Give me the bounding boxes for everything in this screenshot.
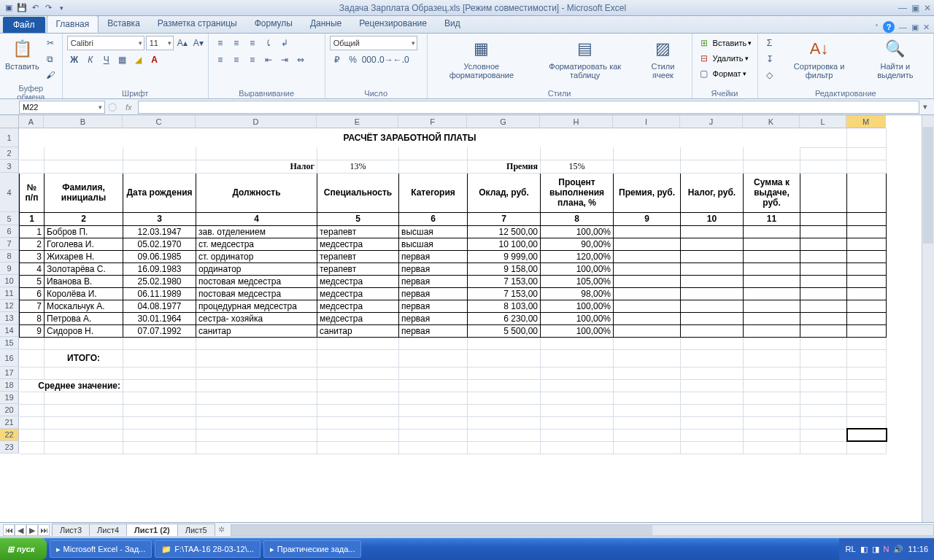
col-header-D[interactable]: D xyxy=(196,115,317,128)
number-format-combo[interactable]: Общий xyxy=(330,36,417,50)
qat-more-icon[interactable]: ▾ xyxy=(55,2,67,14)
bold-button[interactable]: Ж xyxy=(67,52,82,67)
horizontal-scrollbar[interactable] xyxy=(231,524,934,536)
delete-cells-button[interactable]: ⊟Удалить▾ xyxy=(697,51,749,66)
row-header-8[interactable]: 8 xyxy=(0,250,19,262)
expand-formula-icon[interactable]: ▾ xyxy=(919,102,931,112)
doc-restore-icon[interactable]: ▣ xyxy=(911,23,919,32)
merge-center-icon[interactable]: ⇔ xyxy=(293,52,308,67)
name-box[interactable]: M22 xyxy=(19,101,105,114)
decr-indent-icon[interactable]: ⇤ xyxy=(261,52,276,67)
font-color-icon[interactable]: A xyxy=(147,52,162,67)
row-headers[interactable]: 1234567891011121314151617181920212223 xyxy=(0,128,19,454)
col-header-A[interactable]: A xyxy=(19,115,44,128)
row-header-5[interactable]: 5 xyxy=(0,212,19,225)
conditional-format-button[interactable]: ▦Условное форматирование xyxy=(432,36,531,81)
sheet-tab[interactable]: Лист5 xyxy=(177,524,215,536)
cell-styles-button[interactable]: ▨Стили ячеек xyxy=(638,36,687,81)
incr-indent-icon[interactable]: ⇥ xyxy=(277,52,292,67)
minimize-icon[interactable]: ― xyxy=(898,3,907,13)
row-header-4[interactable]: 4 xyxy=(0,173,19,212)
row-header-21[interactable]: 21 xyxy=(0,416,19,429)
col-header-F[interactable]: F xyxy=(398,115,467,128)
ribbon-tab-разметка страницы[interactable]: Разметка страницы xyxy=(149,15,246,33)
undo-icon[interactable]: ↶ xyxy=(29,2,41,14)
col-header-M[interactable]: M xyxy=(846,115,886,128)
comma-icon[interactable]: 000 xyxy=(362,52,377,67)
row-header-10[interactable]: 10 xyxy=(0,275,19,287)
col-header-J[interactable]: J xyxy=(680,115,743,128)
wrap-text-icon[interactable]: ↲ xyxy=(277,36,292,50)
row-header-13[interactable]: 13 xyxy=(0,312,19,324)
format-cells-button[interactable]: ▢Формат▾ xyxy=(697,66,746,81)
row-header-19[interactable]: 19 xyxy=(0,392,19,404)
doc-minimize-icon[interactable]: ― xyxy=(899,23,907,31)
ribbon-tab-вид[interactable]: Вид xyxy=(436,15,469,33)
last-sheet-icon[interactable]: ⏭ xyxy=(38,524,50,536)
row-header-15[interactable]: 15 xyxy=(0,337,19,349)
shrink-font-icon[interactable]: A▾ xyxy=(191,36,206,50)
row-header-7[interactable]: 7 xyxy=(0,238,19,250)
prev-sheet-icon[interactable]: ◀ xyxy=(15,524,26,536)
font-name-combo[interactable]: Calibri xyxy=(67,36,144,50)
align-bottom-icon[interactable]: ≡ xyxy=(245,36,260,50)
select-all-corner[interactable] xyxy=(0,115,19,128)
row-header-12[interactable]: 12 xyxy=(0,300,19,312)
save-icon[interactable]: 💾 xyxy=(16,2,28,14)
redo-icon[interactable]: ↷ xyxy=(42,2,54,14)
fill-color-icon[interactable]: ◢ xyxy=(131,52,146,67)
italic-button[interactable]: К xyxy=(83,52,98,67)
col-header-E[interactable]: E xyxy=(317,115,398,128)
orientation-icon[interactable]: ⤹ xyxy=(261,36,276,50)
decr-decimal-icon[interactable]: ←.0 xyxy=(394,52,409,67)
formula-input[interactable] xyxy=(138,101,919,114)
grow-font-icon[interactable]: A▴ xyxy=(175,36,190,50)
align-left-icon[interactable]: ≡ xyxy=(213,52,228,67)
ribbon-tab-главная[interactable]: Главная xyxy=(47,15,99,33)
align-right-icon[interactable]: ≡ xyxy=(245,52,260,67)
sort-filter-button[interactable]: A↓Сортировка и фильтр xyxy=(780,36,859,81)
tray-icon[interactable]: ◨ xyxy=(872,545,879,554)
help-icon[interactable]: ? xyxy=(883,21,895,33)
row-header-14[interactable]: 14 xyxy=(0,324,19,337)
file-tab[interactable]: Файл xyxy=(3,17,45,33)
align-center-icon[interactable]: ≡ xyxy=(229,52,244,67)
format-painter-icon[interactable]: 🖌 xyxy=(43,68,58,82)
system-tray[interactable]: RL ◧ ◨ N 🔊 11:16 xyxy=(839,538,934,560)
cells-grid[interactable]: РАСЧЁТ ЗАРАБОТНОЙ ПЛАТЫНалог13%Премия15%… xyxy=(19,128,887,454)
taskbar-button[interactable]: ▸Практические зада... xyxy=(263,540,362,558)
row-header-16[interactable]: 16 xyxy=(0,349,19,367)
sheet-tab[interactable]: Лист1 (2) xyxy=(126,524,178,536)
ribbon-tab-вставка[interactable]: Вставка xyxy=(99,15,149,33)
next-sheet-icon[interactable]: ▶ xyxy=(26,524,38,536)
doc-close-icon[interactable]: ✕ xyxy=(923,23,930,32)
currency-icon[interactable]: ₽ xyxy=(330,52,344,67)
font-size-combo[interactable]: 11 xyxy=(146,36,174,50)
vertical-scrollbar[interactable] xyxy=(922,115,934,522)
col-header-L[interactable]: L xyxy=(800,115,846,128)
ribbon-tab-данные[interactable]: Данные xyxy=(301,15,350,33)
clear-icon[interactable]: ◇ xyxy=(763,68,777,82)
insert-cells-button[interactable]: ⊞Вставить▾ xyxy=(697,36,752,50)
tray-icon[interactable]: N xyxy=(884,545,889,553)
start-button[interactable]: ⊞ пуск xyxy=(0,538,47,560)
align-top-icon[interactable]: ≡ xyxy=(213,36,228,50)
taskbar-button[interactable]: ▸Microsoft Excel - Зад... xyxy=(50,540,153,558)
col-header-H[interactable]: H xyxy=(540,115,613,128)
row-header-9[interactable]: 9 xyxy=(0,262,19,275)
incr-decimal-icon[interactable]: .0→ xyxy=(378,52,393,67)
new-sheet-icon[interactable]: ✲ xyxy=(218,525,225,534)
taskbar-button[interactable]: 📁F:\TAA-16 28-03-12\... xyxy=(155,540,260,558)
copy-icon[interactable]: ⧉ xyxy=(43,52,58,66)
align-middle-icon[interactable]: ≡ xyxy=(229,36,244,50)
row-header-2[interactable]: 2 xyxy=(0,147,19,160)
autosum-icon[interactable]: Σ xyxy=(763,36,777,50)
borders-icon[interactable]: ▦ xyxy=(115,52,130,67)
find-select-button[interactable]: 🔍Найти и выделить xyxy=(862,36,929,81)
close-icon[interactable]: ✕ xyxy=(924,3,931,13)
col-header-G[interactable]: G xyxy=(467,115,540,128)
first-sheet-icon[interactable]: ⏮ xyxy=(3,524,15,536)
cancel-icon[interactable]: ◯ xyxy=(108,102,117,112)
row-header-3[interactable]: 3 xyxy=(0,160,19,173)
underline-button[interactable]: Ч xyxy=(99,52,114,67)
